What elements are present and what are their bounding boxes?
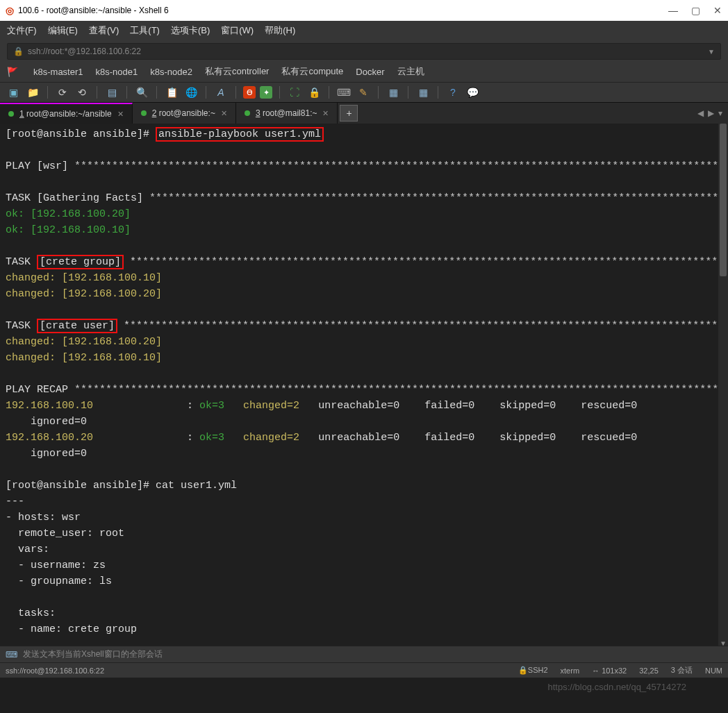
highlight-box: ansible-playbook user1.yml bbox=[156, 127, 324, 142]
minimize-button[interactable]: — bbox=[668, 5, 678, 16]
window-title: 100.6 - root@ansible:~/ansible - Xshell … bbox=[18, 6, 169, 15]
terminal[interactable]: [root@ansible ansible]# ansible-playbook… bbox=[0, 124, 728, 646]
status-term: xterm bbox=[561, 666, 580, 675]
chat-icon[interactable]: 💬 bbox=[465, 85, 480, 100]
new-session-icon[interactable]: ▣ bbox=[6, 85, 21, 100]
status-dot-icon bbox=[245, 110, 250, 116]
properties-icon[interactable]: ▤ bbox=[104, 85, 119, 100]
status-pos: 32,25 bbox=[639, 666, 659, 675]
new-tab-button[interactable]: + bbox=[340, 105, 358, 121]
terminal-scrollbar[interactable]: ▼ bbox=[718, 124, 728, 646]
toolbar: ▣ 📁 ⟳ ⟲ ▤ 🔍 📋 🌐 A Ө ✦ ⛶ 🔒 ⌨ ✎ ▦ ▦ ? 💬 bbox=[0, 82, 728, 103]
tab-prev-icon[interactable]: ◀ bbox=[697, 108, 704, 118]
highlight-box: [crate user] bbox=[37, 319, 117, 333]
status-connection: ssh://root@192.168.100.6:22 bbox=[6, 666, 104, 675]
tab-session-3[interactable]: 3 root@mail81:~ ✕ bbox=[236, 103, 338, 124]
session-link[interactable]: 云主机 bbox=[397, 65, 424, 78]
close-tab-icon[interactable]: ✕ bbox=[117, 110, 124, 119]
globe-icon[interactable]: 🌐 bbox=[183, 85, 199, 100]
session-link[interactable]: k8s-node2 bbox=[150, 67, 192, 77]
close-button[interactable]: ✕ bbox=[713, 5, 722, 16]
window-titlebar: ◎ 100.6 - root@ansible:~/ansible - Xshel… bbox=[0, 0, 728, 21]
session-shortcuts: 🚩 k8s-master1 k8s-node1 k8s-node2 私有云con… bbox=[0, 64, 728, 82]
status-dot-icon bbox=[141, 110, 147, 116]
chevron-down-icon[interactable]: ▼ bbox=[708, 48, 715, 56]
menu-tabs[interactable]: 选项卡(B) bbox=[171, 24, 210, 37]
copy-icon[interactable]: 📋 bbox=[164, 85, 179, 100]
address-text: ssh://root:*@192.168.100.6:22 bbox=[28, 47, 141, 56]
status-num: NUM bbox=[705, 666, 722, 675]
keyboard-icon: ⌨ bbox=[6, 650, 17, 660]
open-folder-icon[interactable]: 📁 bbox=[25, 85, 40, 100]
help-icon[interactable]: ? bbox=[445, 85, 461, 100]
search-icon[interactable]: 🔍 bbox=[134, 85, 149, 100]
session-link[interactable]: 私有云compute bbox=[281, 65, 343, 78]
status-sessions: 3 会话 bbox=[671, 665, 693, 676]
session-link[interactable]: Docker bbox=[356, 67, 384, 77]
menu-help[interactable]: 帮助(H) bbox=[265, 24, 295, 37]
compose-bar[interactable]: ⌨ 发送文本到当前Xshell窗口的全部会话 bbox=[0, 646, 728, 662]
tab-next-icon[interactable]: ▶ bbox=[708, 108, 714, 118]
tab-menu-icon[interactable]: ▾ bbox=[718, 108, 722, 118]
tile-icon[interactable]: ▦ bbox=[386, 85, 401, 100]
status-dot-icon bbox=[8, 111, 14, 117]
watermark: https://blog.csdn.net/qq_45714272 bbox=[548, 682, 687, 692]
disconnect-icon[interactable]: ⟲ bbox=[74, 85, 90, 100]
menu-bar: 文件(F) 编辑(E) 查看(V) 工具(T) 选项卡(B) 窗口(W) 帮助(… bbox=[0, 21, 728, 40]
lock-icon: 🔒 bbox=[13, 47, 24, 56]
menu-view[interactable]: 查看(V) bbox=[89, 24, 119, 37]
scrollbar-thumb[interactable] bbox=[720, 124, 727, 276]
scroll-down-icon[interactable]: ▼ bbox=[718, 636, 728, 646]
tab-bar: 1 root@ansible:~/ansible ✕ 2 root@ansibl… bbox=[0, 103, 728, 124]
close-tab-icon[interactable]: ✕ bbox=[221, 109, 227, 118]
menu-file[interactable]: 文件(F) bbox=[7, 24, 37, 37]
compose-placeholder: 发送文本到当前Xshell窗口的全部会话 bbox=[23, 648, 163, 660]
close-tab-icon[interactable]: ✕ bbox=[322, 109, 329, 118]
address-bar[interactable]: 🔒 ssh://root:*@192.168.100.6:22 ▼ bbox=[7, 43, 721, 60]
session-link[interactable]: 私有云controller bbox=[205, 65, 269, 78]
status-bar: ssh://root@192.168.100.6:22 🔒SSH2 xterm … bbox=[0, 662, 728, 678]
font-icon[interactable]: A bbox=[213, 85, 229, 100]
maximize-button[interactable]: ▢ bbox=[690, 5, 700, 16]
session-link[interactable]: k8s-node1 bbox=[96, 67, 138, 77]
app-icon: ◎ bbox=[6, 5, 14, 16]
green-icon[interactable]: ✦ bbox=[260, 86, 272, 99]
highlight-box: [crete group] bbox=[37, 255, 124, 269]
menu-tools[interactable]: 工具(T) bbox=[130, 24, 160, 37]
tab-session-2[interactable]: 2 root@ansible:~ ✕ bbox=[133, 103, 236, 124]
xshell-icon[interactable]: Ө bbox=[243, 86, 256, 99]
menu-window[interactable]: 窗口(W) bbox=[221, 24, 254, 37]
keyboard-icon[interactable]: ⌨ bbox=[336, 85, 351, 100]
lock-icon[interactable]: 🔒 bbox=[306, 85, 322, 100]
fullscreen-icon[interactable]: ⛶ bbox=[287, 85, 302, 100]
grid-icon[interactable]: ▦ bbox=[415, 85, 431, 100]
menu-edit[interactable]: 编辑(E) bbox=[48, 24, 78, 37]
tab-session-1[interactable]: 1 root@ansible:~/ansible ✕ bbox=[0, 103, 133, 124]
highlight-icon[interactable]: ✎ bbox=[356, 85, 371, 100]
reconnect-icon[interactable]: ⟳ bbox=[55, 85, 70, 100]
status-size: ↔ 101x32 bbox=[592, 666, 627, 675]
flag-icon: 🚩 bbox=[7, 67, 18, 77]
session-link[interactable]: k8s-master1 bbox=[33, 67, 83, 77]
status-lock-icon: 🔒SSH2 bbox=[518, 666, 548, 675]
